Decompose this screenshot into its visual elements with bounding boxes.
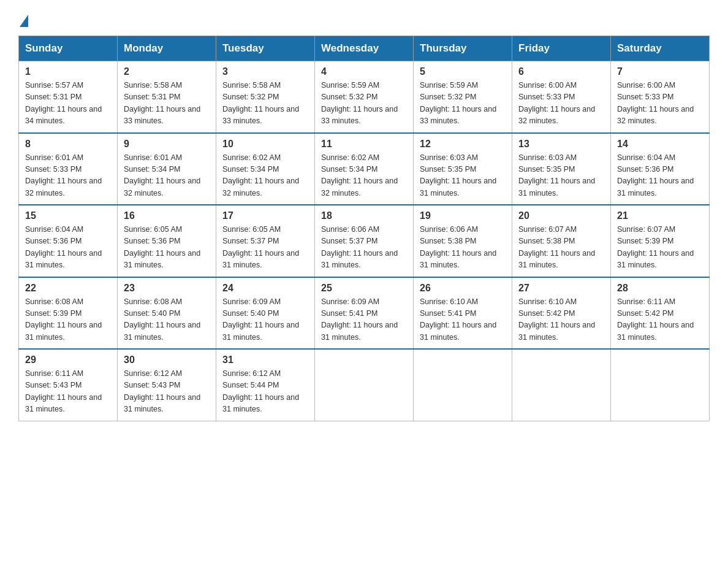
calendar-cell: 28 Sunrise: 6:11 AM Sunset: 5:42 PM Dayl…	[611, 277, 710, 350]
day-number: 5	[420, 66, 506, 77]
sunrise-label: Sunrise: 6:01 AM	[124, 153, 182, 162]
daylight-label: Daylight: 11 hours and 32 minutes.	[617, 105, 694, 125]
col-header-saturday: Saturday	[611, 36, 710, 61]
daylight-label: Daylight: 11 hours and 31 minutes.	[617, 249, 694, 269]
calendar-cell: 16 Sunrise: 6:05 AM Sunset: 5:36 PM Dayl…	[118, 205, 216, 277]
page-header	[18, 12, 710, 25]
sunset-label: Sunset: 5:36 PM	[124, 237, 180, 245]
calendar-cell: 12 Sunrise: 6:03 AM Sunset: 5:35 PM Dayl…	[414, 133, 512, 205]
sunrise-label: Sunrise: 6:09 AM	[222, 297, 281, 306]
calendar-cell: 18 Sunrise: 6:06 AM Sunset: 5:37 PM Dayl…	[315, 205, 414, 277]
day-number: 22	[25, 283, 111, 294]
sunset-label: Sunset: 5:39 PM	[25, 309, 82, 318]
daylight-label: Daylight: 11 hours and 31 minutes.	[420, 177, 496, 197]
daylight-label: Daylight: 11 hours and 33 minutes.	[222, 105, 299, 125]
day-number: 26	[420, 283, 506, 294]
sunset-label: Sunset: 5:38 PM	[518, 237, 575, 245]
calendar-cell: 30 Sunrise: 6:12 AM Sunset: 5:43 PM Dayl…	[118, 349, 216, 421]
sunset-label: Sunset: 5:40 PM	[222, 309, 279, 318]
daylight-label: Daylight: 11 hours and 34 minutes.	[25, 105, 102, 125]
calendar-table: SundayMondayTuesdayWednesdayThursdayFrid…	[18, 36, 710, 421]
day-number: 3	[222, 66, 308, 77]
day-info: Sunrise: 6:05 AM Sunset: 5:37 PM Dayligh…	[222, 224, 308, 272]
day-number: 31	[222, 354, 308, 366]
day-number: 10	[222, 139, 308, 150]
calendar-cell: 27 Sunrise: 6:10 AM Sunset: 5:42 PM Dayl…	[512, 277, 611, 350]
sunrise-label: Sunrise: 6:06 AM	[420, 225, 478, 234]
sunrise-label: Sunrise: 6:10 AM	[518, 297, 577, 306]
sunset-label: Sunset: 5:40 PM	[124, 309, 180, 318]
day-info: Sunrise: 6:12 AM Sunset: 5:43 PM Dayligh…	[124, 368, 210, 416]
sunrise-label: Sunrise: 6:05 AM	[222, 225, 281, 234]
day-number: 29	[25, 354, 111, 366]
calendar-cell	[512, 349, 611, 421]
calendar-cell: 13 Sunrise: 6:03 AM Sunset: 5:35 PM Dayl…	[512, 133, 611, 205]
sunset-label: Sunset: 5:34 PM	[321, 165, 377, 174]
calendar-cell	[414, 349, 512, 421]
day-info: Sunrise: 6:02 AM Sunset: 5:34 PM Dayligh…	[222, 152, 308, 200]
sunset-label: Sunset: 5:43 PM	[25, 381, 82, 389]
calendar-cell: 4 Sunrise: 5:59 AM Sunset: 5:32 PM Dayli…	[315, 61, 414, 133]
day-info: Sunrise: 6:04 AM Sunset: 5:36 PM Dayligh…	[25, 224, 111, 272]
daylight-label: Daylight: 11 hours and 31 minutes.	[25, 249, 102, 269]
day-number: 25	[321, 283, 407, 294]
sunrise-label: Sunrise: 6:06 AM	[321, 225, 379, 234]
sunrise-label: Sunrise: 5:59 AM	[321, 81, 379, 90]
daylight-label: Daylight: 11 hours and 31 minutes.	[25, 393, 102, 413]
sunset-label: Sunset: 5:31 PM	[25, 93, 82, 101]
logo	[18, 12, 28, 25]
day-number: 16	[124, 210, 210, 221]
col-header-sunday: Sunday	[19, 36, 118, 61]
sunset-label: Sunset: 5:33 PM	[617, 93, 673, 101]
logo-triangle-icon	[20, 15, 28, 27]
day-number: 20	[518, 210, 604, 221]
sunset-label: Sunset: 5:44 PM	[222, 381, 279, 389]
calendar-cell: 3 Sunrise: 5:58 AM Sunset: 5:32 PM Dayli…	[216, 61, 315, 133]
sunrise-label: Sunrise: 5:58 AM	[124, 81, 182, 90]
daylight-label: Daylight: 11 hours and 33 minutes.	[420, 105, 496, 125]
sunset-label: Sunset: 5:36 PM	[25, 237, 82, 245]
daylight-label: Daylight: 11 hours and 32 minutes.	[222, 177, 299, 197]
day-number: 14	[617, 139, 703, 150]
col-header-friday: Friday	[512, 36, 611, 61]
daylight-label: Daylight: 11 hours and 31 minutes.	[124, 321, 200, 341]
daylight-label: Daylight: 11 hours and 31 minutes.	[222, 393, 299, 413]
day-number: 12	[420, 139, 506, 150]
sunrise-label: Sunrise: 6:03 AM	[420, 153, 478, 162]
daylight-label: Daylight: 11 hours and 33 minutes.	[321, 105, 398, 125]
day-number: 7	[617, 66, 703, 77]
day-info: Sunrise: 6:08 AM Sunset: 5:39 PM Dayligh…	[25, 296, 111, 344]
calendar-cell: 19 Sunrise: 6:06 AM Sunset: 5:38 PM Dayl…	[414, 205, 512, 277]
sunset-label: Sunset: 5:33 PM	[25, 165, 82, 174]
col-header-thursday: Thursday	[414, 36, 512, 61]
day-info: Sunrise: 6:05 AM Sunset: 5:36 PM Dayligh…	[124, 224, 210, 272]
calendar-cell: 6 Sunrise: 6:00 AM Sunset: 5:33 PM Dayli…	[512, 61, 611, 133]
daylight-label: Daylight: 11 hours and 31 minutes.	[518, 177, 595, 197]
day-info: Sunrise: 6:08 AM Sunset: 5:40 PM Dayligh…	[124, 296, 210, 344]
calendar-cell: 9 Sunrise: 6:01 AM Sunset: 5:34 PM Dayli…	[118, 133, 216, 205]
daylight-label: Daylight: 11 hours and 31 minutes.	[617, 177, 694, 197]
sunrise-label: Sunrise: 6:08 AM	[25, 297, 83, 306]
calendar-cell: 21 Sunrise: 6:07 AM Sunset: 5:39 PM Dayl…	[611, 205, 710, 277]
calendar-week-row: 22 Sunrise: 6:08 AM Sunset: 5:39 PM Dayl…	[19, 277, 710, 350]
sunrise-label: Sunrise: 6:00 AM	[617, 81, 675, 90]
calendar-header-row: SundayMondayTuesdayWednesdayThursdayFrid…	[19, 36, 710, 61]
calendar-week-row: 8 Sunrise: 6:01 AM Sunset: 5:33 PM Dayli…	[19, 133, 710, 205]
daylight-label: Daylight: 11 hours and 31 minutes.	[222, 249, 299, 269]
calendar-cell	[315, 349, 414, 421]
day-number: 24	[222, 283, 308, 294]
sunset-label: Sunset: 5:39 PM	[617, 237, 673, 245]
sunrise-label: Sunrise: 6:11 AM	[25, 369, 83, 378]
day-info: Sunrise: 6:04 AM Sunset: 5:36 PM Dayligh…	[617, 152, 703, 200]
daylight-label: Daylight: 11 hours and 31 minutes.	[124, 249, 200, 269]
day-info: Sunrise: 6:11 AM Sunset: 5:43 PM Dayligh…	[25, 368, 111, 416]
sunset-label: Sunset: 5:38 PM	[420, 237, 476, 245]
sunset-label: Sunset: 5:41 PM	[321, 309, 377, 318]
day-number: 18	[321, 210, 407, 221]
sunset-label: Sunset: 5:35 PM	[518, 165, 575, 174]
daylight-label: Daylight: 11 hours and 32 minutes.	[25, 177, 102, 197]
sunset-label: Sunset: 5:41 PM	[420, 309, 476, 318]
calendar-cell: 11 Sunrise: 6:02 AM Sunset: 5:34 PM Dayl…	[315, 133, 414, 205]
day-info: Sunrise: 5:58 AM Sunset: 5:31 PM Dayligh…	[124, 80, 210, 128]
calendar-cell: 23 Sunrise: 6:08 AM Sunset: 5:40 PM Dayl…	[118, 277, 216, 350]
